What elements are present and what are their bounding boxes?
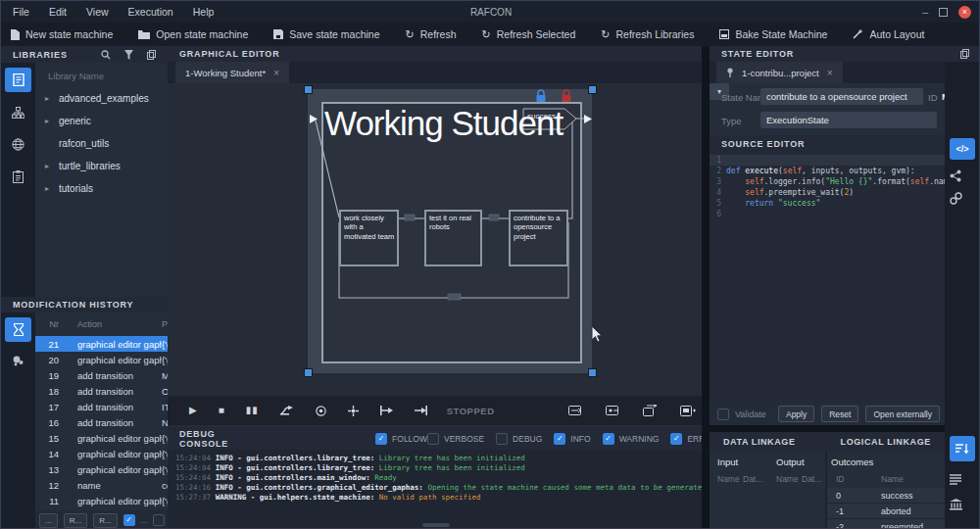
state-name-input[interactable]: contribute to a opensource project — [760, 88, 923, 105]
selection-handle-tl[interactable] — [304, 85, 313, 94]
expand-arrow-icon[interactable]: ▸ — [35, 162, 59, 170]
menu-item[interactable]: Edit — [49, 6, 67, 18]
library-tree-item[interactable]: ▸ rafcon_utils — [35, 132, 168, 155]
history-reset-button[interactable]: R... — [64, 513, 87, 528]
history-row[interactable]: 19 add transition M — [35, 367, 168, 383]
substitute-state-icon[interactable] — [643, 405, 659, 416]
close-tab-icon[interactable]: × — [827, 68, 833, 78]
history-checkbox-2[interactable]: ✓ — [153, 514, 165, 526]
log-level-filter[interactable]: ✓ WARNING — [603, 433, 660, 445]
history-undo-button[interactable]: ... — [39, 513, 58, 528]
filter-checkbox[interactable]: ✓ — [427, 433, 439, 445]
follow-filter[interactable]: ✓ FOLLOW — [375, 433, 427, 445]
substate-contribute[interactable]: contribute to a opensource project — [509, 210, 568, 266]
follow-checkbox[interactable]: ✓ — [375, 433, 387, 445]
debug-console-log[interactable]: 15:24:04 INFO - gui.controllers.library_… — [168, 450, 702, 520]
share-icon[interactable] — [950, 169, 975, 182]
outcome-row[interactable]: 0 success — [827, 488, 945, 504]
library-tree-item[interactable]: ▸ advanced_examples — [35, 87, 168, 110]
selection-handle-bl[interactable] — [304, 368, 313, 377]
open-externally-button[interactable]: Open externally — [865, 406, 940, 422]
expand-arrow-icon[interactable]: ▸ — [35, 94, 59, 103]
group-states-icon[interactable] — [568, 405, 584, 416]
outcome-row[interactable]: -2 preempted — [827, 519, 945, 529]
filter-checkbox[interactable]: ✓ — [554, 433, 565, 445]
panel-divider[interactable] — [702, 46, 710, 529]
statemachine-tree-rail-button[interactable] — [5, 100, 31, 124]
notes-rail-button[interactable] — [5, 165, 31, 189]
history-row[interactable]: 13 graphical editor gaphas {'g — [35, 461, 168, 477]
log-level-filter[interactable]: ✓ INFO — [554, 433, 590, 445]
minimize-button[interactable]: – — [922, 7, 928, 18]
history-checkbox-1[interactable]: ✓ — [123, 514, 135, 526]
selection-handle-tr[interactable] — [588, 85, 597, 94]
save-selected-icon[interactable] — [680, 405, 696, 416]
state-type-select[interactable]: ExecutionState — [760, 112, 937, 128]
link-icon[interactable] — [950, 192, 975, 205]
substate-test-robots[interactable]: test it on real robots — [424, 210, 482, 266]
reset-button[interactable]: Reset — [821, 406, 858, 422]
validate-checkbox[interactable]: ✓ — [717, 409, 729, 420]
refresh-button[interactable]: ↻ Refresh — [406, 28, 457, 40]
history-row[interactable]: 15 graphical editor gaphas {'g — [35, 430, 168, 446]
history-row[interactable]: 12 name co — [35, 477, 168, 493]
menu-item[interactable]: File — [13, 6, 29, 18]
expand-arrow-icon[interactable]: ▸ — [35, 117, 59, 125]
filter-checkbox[interactable]: ✓ — [496, 433, 508, 445]
state-machine-canvas[interactable]: success Working Student work closely wit… — [168, 83, 702, 396]
new-state-machine-button[interactable]: New state machine — [11, 28, 113, 40]
libraries-rail-button[interactable] — [5, 68, 31, 92]
refresh-selected-button[interactable]: ↻ Refresh Selected — [481, 28, 575, 40]
library-filter-input[interactable]: Library Name — [35, 63, 168, 87]
save-state-machine-button[interactable]: Save state machine — [273, 28, 379, 40]
menu-item[interactable]: View — [86, 6, 109, 18]
console-scrollbar-thumb[interactable] — [422, 523, 450, 527]
play-button[interactable]: ▶ — [189, 406, 197, 415]
history-row[interactable]: 20 graphical editor gaphas {'g — [35, 352, 168, 367]
close-button[interactable]: × — [958, 6, 971, 19]
tab-contribute-project[interactable]: 1-contribu...project × — [716, 62, 843, 83]
history-row[interactable]: 11 graphical editor gaphas {'g — [35, 493, 168, 508]
history-row[interactable]: 16 add transition N — [35, 414, 168, 430]
unlock-icon[interactable] — [560, 89, 573, 104]
step-into-icon[interactable] — [316, 406, 326, 416]
history-row[interactable]: 14 graphical editor gaphas {'g — [35, 446, 168, 461]
source-code-editor[interactable]: 12def execute(self, inputs, outputs, gvm… — [710, 153, 945, 403]
step-mode-icon[interactable] — [280, 406, 294, 415]
expand-arrow-icon[interactable]: ▸ — [35, 184, 59, 193]
bake-state-machine-button[interactable]: Bake State Machine — [719, 28, 827, 40]
history-row[interactable]: 18 add transition O — [35, 383, 168, 399]
library-tree-item[interactable]: ▸ tutorials — [35, 177, 168, 200]
log-level-filter[interactable]: ✓ DEBUG — [496, 433, 542, 445]
ungroup-states-icon[interactable] — [606, 405, 621, 416]
menu-item[interactable]: Execution — [128, 6, 173, 18]
filter-checkbox[interactable]: ✓ — [670, 433, 682, 445]
step-over-icon[interactable] — [348, 406, 359, 416]
semantic-data-rail-icon[interactable] — [950, 499, 975, 510]
auto-layout-button[interactable]: Auto Layout — [853, 28, 924, 40]
tab-working-student[interactable]: 1-Working Student* × — [175, 62, 289, 83]
filter-checkbox[interactable]: ✓ — [603, 433, 614, 445]
copy-icon[interactable] — [147, 50, 156, 60]
selection-handle-br[interactable] — [588, 368, 597, 377]
library-tree-item[interactable]: ▸ generic — [35, 110, 168, 132]
lock-icon[interactable] — [534, 89, 548, 104]
log-level-filter[interactable]: ✓ VERBOSE — [427, 433, 484, 445]
global-variables-rail-button[interactable] — [5, 132, 31, 157]
step-out-icon[interactable] — [380, 406, 393, 415]
pause-button[interactable]: ▮▮ — [246, 406, 259, 415]
outcome-row[interactable]: -1 aborted — [827, 504, 945, 519]
source-editor-rail-button[interactable]: </> — [950, 138, 975, 160]
maximize-button[interactable] — [939, 8, 948, 17]
history-rail-button[interactable] — [5, 317, 31, 342]
close-tab-icon[interactable]: × — [273, 68, 279, 78]
description-rail-icon[interactable] — [950, 474, 975, 485]
history-redo-button[interactable]: R... — [93, 513, 117, 528]
filter-icon[interactable] — [124, 50, 133, 60]
copy-state-icon[interactable] — [960, 49, 969, 59]
run-to-selected-icon[interactable] — [415, 406, 427, 415]
substate-work-closely[interactable]: work closely with a motivated team — [339, 210, 399, 266]
stop-button[interactable]: ■ — [219, 406, 224, 415]
execution-history-rail-button[interactable] — [5, 348, 31, 372]
refresh-libraries-button[interactable]: ↻ Refresh Libraries — [601, 28, 694, 40]
